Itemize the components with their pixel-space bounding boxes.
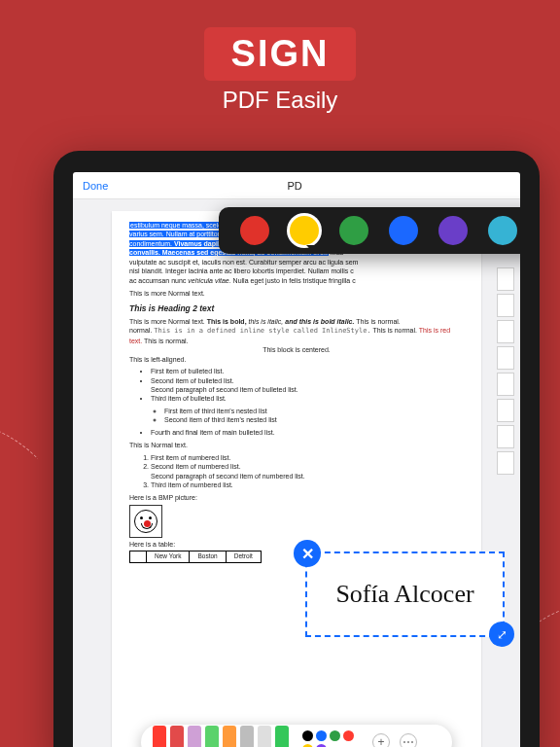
color-palette-popover — [219, 207, 520, 254]
thumbnail[interactable] — [497, 267, 514, 291]
color-dot[interactable] — [343, 730, 354, 741]
pen-tool[interactable] — [188, 726, 201, 747]
add-tool-button[interactable]: + — [372, 733, 390, 747]
color-swatch[interactable] — [389, 216, 418, 245]
pen-tool[interactable] — [258, 726, 271, 747]
hero-badge: SIGN — [204, 27, 357, 81]
heading-2: This is Heading 2 text — [129, 303, 464, 314]
document-sheet: estibulum neque massa, scelerisque sit a… — [112, 211, 481, 747]
paragraph: This is left-aligned. — [129, 355, 464, 364]
paragraph: This is Normal text. — [129, 441, 464, 449]
centered-block: This block is centered. — [129, 345, 464, 354]
color-dot[interactable] — [302, 744, 313, 748]
tablet-frame: Done PD estibulum neque massa, scelerisq… — [53, 151, 540, 747]
color-swatch[interactable] — [240, 216, 269, 245]
pen-tool[interactable] — [223, 726, 236, 747]
sample-table: New YorkBostonDetroit — [129, 551, 262, 563]
pen-tool[interactable] — [275, 726, 289, 747]
close-icon[interactable]: ✕ — [294, 540, 321, 567]
bmp-image — [129, 505, 162, 538]
markup-toolbar: + ⋯ — [141, 725, 452, 747]
pen-tool[interactable] — [170, 726, 184, 747]
color-dot[interactable] — [330, 730, 340, 741]
thumbnail[interactable] — [497, 373, 514, 396]
document-title: PD — [79, 180, 510, 192]
color-swatch[interactable] — [438, 216, 468, 245]
thumbnail[interactable] — [497, 294, 514, 317]
thumbnail[interactable] — [497, 399, 514, 422]
thumbnail[interactable] — [497, 320, 514, 343]
color-swatch[interactable] — [339, 216, 368, 245]
pen-tool[interactable] — [153, 726, 166, 747]
bmp-label: Here is a BMP picture: — [129, 493, 464, 502]
hero-banner: SIGN PDF Easily — [0, 0, 560, 114]
thumbnail[interactable] — [497, 425, 514, 448]
resize-handle-icon[interactable]: ⤢ — [489, 622, 514, 647]
bulleted-list: First item of bulleted list. Second item… — [151, 367, 464, 437]
color-dot[interactable] — [316, 730, 327, 741]
pen-tool[interactable] — [205, 726, 219, 747]
pen-tool[interactable] — [240, 726, 254, 747]
page-canvas[interactable]: estibulum neque massa, scelerisque sit a… — [73, 199, 520, 747]
top-bar: Done PD — [73, 172, 520, 199]
app-screen: Done PD estibulum neque massa, scelerisq… — [73, 172, 520, 747]
page-thumbnails[interactable] — [497, 267, 516, 475]
color-dot[interactable] — [302, 730, 313, 741]
hero-title: SIGN — [231, 33, 330, 75]
thumbnail[interactable] — [497, 451, 514, 475]
color-swatch[interactable] — [290, 216, 319, 245]
signature-text: Sofía Alcocer — [335, 580, 473, 609]
color-grid — [302, 730, 363, 748]
signature-box[interactable]: ✕ Sofía Alcocer ⤢ — [305, 551, 505, 637]
more-button[interactable]: ⋯ — [400, 733, 417, 747]
thumbnail[interactable] — [497, 346, 514, 370]
paragraph: This is more Normal text. This is bold, … — [129, 317, 464, 345]
hero-subtitle: PDF Easily — [0, 87, 560, 114]
numbered-list: First item of numbered list. Second item… — [151, 453, 464, 490]
paragraph: This is more Normal text. — [129, 289, 464, 298]
color-swatch[interactable] — [488, 216, 517, 245]
color-dot[interactable] — [316, 744, 327, 748]
